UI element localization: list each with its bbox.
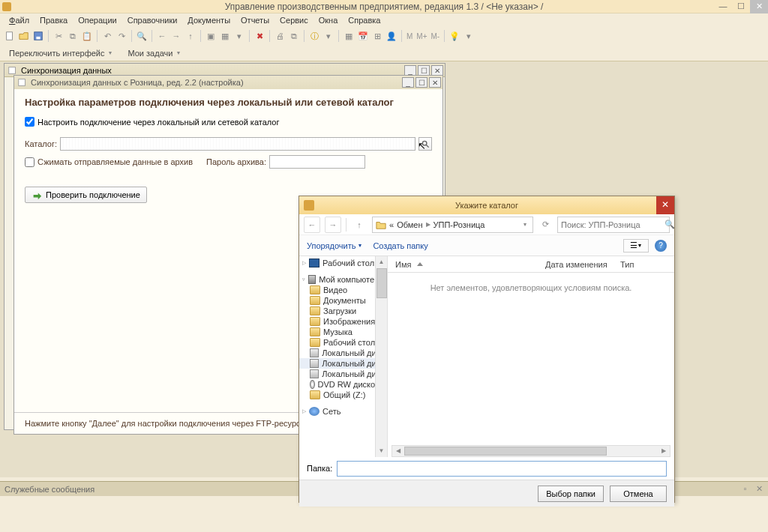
print-icon[interactable]: 🖨 bbox=[273, 29, 286, 43]
cancel-button[interactable]: Отмена bbox=[610, 486, 667, 502]
archive-password-input[interactable] bbox=[269, 155, 365, 169]
cut-icon[interactable]: ✂ bbox=[52, 29, 65, 43]
copy-icon[interactable]: ⧉ bbox=[66, 29, 80, 43]
lock-icon[interactable]: 💡 bbox=[448, 29, 461, 43]
cal-icon[interactable]: 📅 bbox=[356, 29, 370, 43]
menu-documents[interactable]: Документы bbox=[183, 15, 235, 25]
catalog-input[interactable] bbox=[60, 137, 416, 151]
app-title: Управление производственным предприятием… bbox=[225, 1, 544, 12]
breadcrumb-seg-1[interactable]: Обмен bbox=[397, 220, 422, 229]
tree-desk2[interactable]: Рабочий стол bbox=[299, 337, 387, 348]
local-catalog-checkbox[interactable] bbox=[25, 117, 34, 127]
refresh-button[interactable]: ⟳ bbox=[538, 217, 553, 232]
open-icon[interactable] bbox=[17, 29, 31, 43]
tree-shared[interactable]: Общий (Z:) bbox=[299, 390, 387, 400]
status-expand-button[interactable]: ▫ bbox=[740, 483, 751, 495]
tree-downloads[interactable]: Загрузки bbox=[299, 306, 387, 316]
tree-images[interactable]: Изображения bbox=[299, 316, 387, 327]
folder-tree[interactable]: ▷Рабочий стол ▿Мой компьютер - Видео Док… bbox=[299, 256, 388, 457]
compress-checkbox[interactable] bbox=[25, 157, 34, 167]
tree-local2[interactable]: Локальный диск bbox=[299, 358, 387, 369]
m-label[interactable]: М bbox=[405, 32, 414, 40]
menu-references[interactable]: Справочники bbox=[123, 15, 182, 25]
menu-reports[interactable]: Отчеты bbox=[236, 15, 274, 25]
paste-icon[interactable]: 📋 bbox=[80, 29, 94, 43]
usr-icon[interactable]: 👤 bbox=[385, 29, 398, 43]
menu-windows[interactable]: Окна bbox=[314, 15, 343, 25]
col-name[interactable]: Имя bbox=[395, 260, 545, 269]
tree-scrollbar[interactable]: ▲▼ bbox=[375, 256, 387, 457]
file-list-hscroll[interactable]: ◀▶ bbox=[392, 445, 670, 457]
dialog-help-button[interactable]: ? bbox=[655, 240, 667, 252]
find-icon[interactable]: 🔍 bbox=[135, 29, 148, 43]
view-mode-button[interactable]: ☰ ▼ bbox=[623, 239, 649, 253]
organize-button[interactable]: Упорядочить ▼ bbox=[307, 241, 362, 250]
tree-music[interactable]: Музыка bbox=[299, 327, 387, 337]
dialog-close-button[interactable]: ✕ bbox=[656, 196, 674, 214]
minimize-button[interactable]: — bbox=[714, 0, 732, 13]
sync-maximize-button[interactable]: ☐ bbox=[418, 65, 430, 76]
menu-edit[interactable]: Правка bbox=[35, 15, 72, 25]
tree-local3[interactable]: Локальный диск bbox=[299, 369, 387, 379]
dd2-icon[interactable]: ▾ bbox=[322, 29, 335, 43]
cfg-minimize-button[interactable]: _ bbox=[402, 77, 414, 88]
select-folder-button[interactable]: Выбор папки bbox=[538, 486, 604, 502]
nav-back-button[interactable]: ← bbox=[304, 217, 320, 233]
catalog-browse-button[interactable] bbox=[418, 137, 432, 151]
cancel-icon[interactable]: ✖ bbox=[253, 29, 266, 43]
sync-close-button[interactable]: ✕ bbox=[431, 65, 443, 76]
nav-forward-button[interactable]: → bbox=[325, 217, 341, 233]
menu-service[interactable]: Сервис bbox=[275, 15, 313, 25]
breadcrumb[interactable]: « Обмен ▶ УПП-Розница ▾ bbox=[372, 217, 533, 233]
tree-network[interactable]: ▷Сеть bbox=[299, 406, 387, 417]
col-date[interactable]: Дата изменения bbox=[545, 260, 620, 269]
menu-operations[interactable]: Операции bbox=[74, 15, 121, 25]
tree-dvd[interactable]: DVD RW дисково bbox=[299, 379, 387, 390]
dd3-icon[interactable]: ▾ bbox=[462, 29, 476, 43]
tree-videos[interactable]: Видео bbox=[299, 285, 387, 295]
nav-up-button[interactable]: ↑ bbox=[351, 217, 368, 233]
tree-computer[interactable]: ▿Мой компьютер - bbox=[299, 274, 387, 285]
cfg-maximize-button[interactable]: ☐ bbox=[416, 77, 428, 88]
tbl-icon[interactable]: ⊞ bbox=[370, 29, 384, 43]
new-folder-button[interactable]: Создать папку bbox=[373, 241, 428, 250]
search-box[interactable]: 🔍 bbox=[557, 217, 670, 233]
breadcrumb-dropdown[interactable]: ▾ bbox=[520, 221, 530, 228]
empty-message: Нет элементов, удовлетворяющих условиям … bbox=[388, 273, 674, 292]
fwd-icon[interactable]: → bbox=[170, 29, 183, 43]
action1-icon[interactable]: ▣ bbox=[204, 29, 218, 43]
tree-local1[interactable]: Локальный диск bbox=[299, 348, 387, 358]
mp-label[interactable]: М+ bbox=[415, 32, 428, 40]
save-icon[interactable] bbox=[32, 29, 45, 43]
menu-help[interactable]: Справка bbox=[344, 15, 385, 25]
back-icon[interactable]: ← bbox=[155, 29, 169, 43]
my-tasks-button[interactable]: Мои задачи▼ bbox=[123, 47, 185, 59]
undo-icon[interactable]: ↶ bbox=[100, 29, 114, 43]
tree-desktop[interactable]: ▷Рабочий стол bbox=[299, 258, 387, 268]
svg-rect-3 bbox=[9, 67, 16, 73]
copy2-icon[interactable]: ⧉ bbox=[287, 29, 301, 43]
action2-icon[interactable]: ▦ bbox=[218, 29, 232, 43]
col-type[interactable]: Тип bbox=[620, 260, 634, 269]
close-button[interactable]: ✕ bbox=[750, 0, 768, 13]
maximize-button[interactable]: ☐ bbox=[732, 0, 750, 13]
mm-label[interactable]: М- bbox=[430, 32, 442, 40]
cfg-close-button[interactable]: ✕ bbox=[429, 77, 441, 88]
check-connection-button[interactable]: Проверить подключение bbox=[25, 187, 147, 203]
dropdown-icon[interactable]: ▾ bbox=[232, 29, 246, 43]
help-icon[interactable]: ⓘ bbox=[308, 29, 321, 43]
switch-interface-button[interactable]: Переключить интерфейс▼ bbox=[4, 47, 117, 59]
breadcrumb-seg-2[interactable]: УПП-Розница bbox=[434, 220, 485, 229]
status-close-button[interactable]: ✕ bbox=[754, 483, 765, 495]
calc-icon[interactable]: ▦ bbox=[342, 29, 356, 43]
redo-icon[interactable]: ↷ bbox=[115, 29, 128, 43]
folder-input[interactable] bbox=[337, 461, 667, 477]
config-titlebar[interactable]: Синхронизация данных с Розница, ред. 2.2… bbox=[14, 76, 442, 89]
dialog-titlebar[interactable]: Укажите каталог ✕ bbox=[299, 196, 674, 214]
tree-documents[interactable]: Документы bbox=[299, 295, 387, 306]
up-icon[interactable]: ↑ bbox=[184, 29, 197, 43]
search-input[interactable] bbox=[561, 220, 664, 229]
new-icon[interactable] bbox=[3, 29, 16, 43]
menu-file[interactable]: Файл bbox=[4, 15, 34, 25]
sync-minimize-button[interactable]: _ bbox=[404, 65, 416, 76]
